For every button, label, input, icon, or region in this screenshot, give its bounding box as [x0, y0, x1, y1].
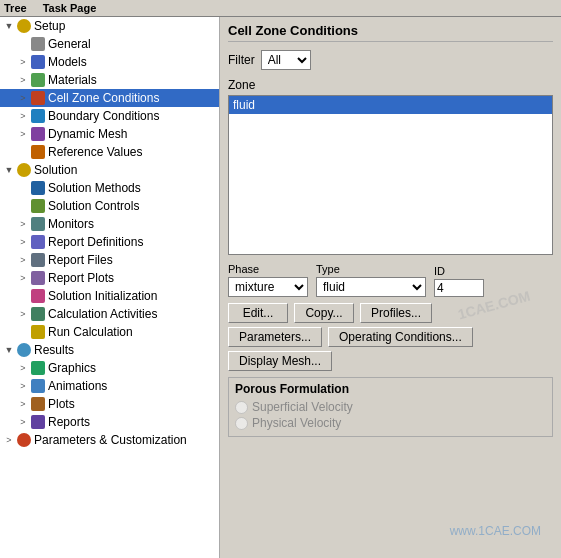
zone-list: fluid	[228, 95, 553, 255]
tree-label-refvals: Reference Values	[48, 145, 143, 159]
tree-label-cellzone: Cell Zone Conditions	[48, 91, 159, 105]
tree-item-refvals[interactable]: Reference Values	[0, 143, 219, 161]
tree-arrow-reportplots: >	[16, 273, 30, 283]
reportplots-icon	[30, 270, 46, 286]
tree-item-reportplots[interactable]: >Report Plots	[0, 269, 219, 287]
tree-label-reportdefs: Report Definitions	[48, 235, 143, 249]
tree-label-graphics: Graphics	[48, 361, 96, 375]
refvals-icon	[30, 144, 46, 160]
tree-label-results: Results	[34, 343, 74, 357]
tree-item-reportdefs[interactable]: >Report Definitions	[0, 233, 219, 251]
graphics-icon	[30, 360, 46, 376]
tree-label-monitors: Monitors	[48, 217, 94, 231]
copy-button[interactable]: Copy...	[294, 303, 354, 323]
boundary-icon	[30, 108, 46, 124]
tree-item-solmethods[interactable]: Solution Methods	[0, 179, 219, 197]
tree-arrow-cellzone: >	[16, 93, 30, 103]
tree-label-solcontrols: Solution Controls	[48, 199, 139, 213]
tree-arrow-results: ▼	[2, 345, 16, 355]
tree-item-materials[interactable]: >Materials	[0, 71, 219, 89]
tree-label-reports: Reports	[48, 415, 90, 429]
tree-item-dynmesh[interactable]: >Dynamic Mesh	[0, 125, 219, 143]
tree-item-solcontrols[interactable]: Solution Controls	[0, 197, 219, 215]
phase-select[interactable]: mixture	[228, 277, 308, 297]
tree-arrow-graphics: >	[16, 363, 30, 373]
solution-icon	[16, 162, 32, 178]
porous-title: Porous Formulation	[235, 382, 546, 396]
tree-item-graphics[interactable]: >Graphics	[0, 359, 219, 377]
tree-item-plots[interactable]: >Plots	[0, 395, 219, 413]
reportdefs-icon	[30, 234, 46, 250]
tree-item-calcacts[interactable]: >Calculation Activities	[0, 305, 219, 323]
tree-arrow-dynmesh: >	[16, 129, 30, 139]
profiles-button[interactable]: Profiles...	[360, 303, 432, 323]
tree-label-reportplots: Report Plots	[48, 271, 114, 285]
models-icon	[30, 54, 46, 70]
solmethods-icon	[30, 180, 46, 196]
animations-icon	[30, 378, 46, 394]
tree-item-reportfiles[interactable]: >Report Files	[0, 251, 219, 269]
type-select[interactable]: fluid	[316, 277, 426, 297]
reportfiles-icon	[30, 252, 46, 268]
tree-arrow-solution: ▼	[2, 165, 16, 175]
tree-panel: ▼SetupGeneral>Models>Materials>Cell Zone…	[0, 17, 220, 558]
tree-label-runcalc: Run Calculation	[48, 325, 133, 339]
tree-label-boundary: Boundary Conditions	[48, 109, 159, 123]
porous-superficial-radio[interactable]	[235, 401, 248, 414]
tree-item-params[interactable]: >Parameters & Customization	[0, 431, 219, 449]
tree-arrow-reports: >	[16, 417, 30, 427]
general-icon	[30, 36, 46, 52]
tree-label-general: General	[48, 37, 91, 51]
id-label: ID	[434, 265, 484, 277]
tree-item-results[interactable]: ▼Results	[0, 341, 219, 359]
porous-superficial-label: Superficial Velocity	[252, 400, 353, 414]
tree-arrow-reportdefs: >	[16, 237, 30, 247]
tree-panel-label: Tree	[4, 2, 27, 14]
solcontrols-icon	[30, 198, 46, 214]
phase-label: Phase	[228, 263, 308, 275]
tree-arrow-materials: >	[16, 75, 30, 85]
parameters-button[interactable]: Parameters...	[228, 327, 322, 347]
setup-icon	[16, 18, 32, 34]
tree-label-setup: Setup	[34, 19, 65, 33]
tree-label-solution: Solution	[34, 163, 77, 177]
solinit-icon	[30, 288, 46, 304]
tree-item-cellzone[interactable]: >Cell Zone Conditions	[0, 89, 219, 107]
zone-label: Zone	[228, 78, 553, 92]
tree-item-monitors[interactable]: >Monitors	[0, 215, 219, 233]
tree-label-dynmesh: Dynamic Mesh	[48, 127, 127, 141]
zone-item-fluid[interactable]: fluid	[229, 96, 552, 114]
type-label: Type	[316, 263, 426, 275]
tree-label-solmethods: Solution Methods	[48, 181, 141, 195]
tree-item-general[interactable]: General	[0, 35, 219, 53]
plots-icon	[30, 396, 46, 412]
display-mesh-button[interactable]: Display Mesh...	[228, 351, 332, 371]
tree-item-animations[interactable]: >Animations	[0, 377, 219, 395]
task-panel-label: Task Page	[43, 2, 97, 14]
materials-icon	[30, 72, 46, 88]
edit-button[interactable]: Edit...	[228, 303, 288, 323]
tree-label-calcacts: Calculation Activities	[48, 307, 157, 321]
tree-arrow-boundary: >	[16, 111, 30, 121]
tree-arrow-params: >	[2, 435, 16, 445]
reports-icon	[30, 414, 46, 430]
tree-item-solution[interactable]: ▼Solution	[0, 161, 219, 179]
porous-section: Porous Formulation Superficial Velocity …	[228, 377, 553, 437]
tree-label-models: Models	[48, 55, 87, 69]
id-input[interactable]	[434, 279, 484, 297]
porous-physical-label: Physical Velocity	[252, 416, 341, 430]
tree-arrow-calcacts: >	[16, 309, 30, 319]
tree-item-models[interactable]: >Models	[0, 53, 219, 71]
tree-item-runcalc[interactable]: Run Calculation	[0, 323, 219, 341]
operating-conditions-button[interactable]: Operating Conditions...	[328, 327, 473, 347]
task-title: Cell Zone Conditions	[228, 23, 553, 42]
tree-item-solinit[interactable]: Solution Initialization	[0, 287, 219, 305]
tree-item-boundary[interactable]: >Boundary Conditions	[0, 107, 219, 125]
tree-arrow-models: >	[16, 57, 30, 67]
porous-physical-radio[interactable]	[235, 417, 248, 430]
tree-arrow-monitors: >	[16, 219, 30, 229]
filter-select[interactable]: AllFluidSolid	[261, 50, 311, 70]
monitors-icon	[30, 216, 46, 232]
tree-item-setup[interactable]: ▼Setup	[0, 17, 219, 35]
tree-item-reports[interactable]: >Reports	[0, 413, 219, 431]
